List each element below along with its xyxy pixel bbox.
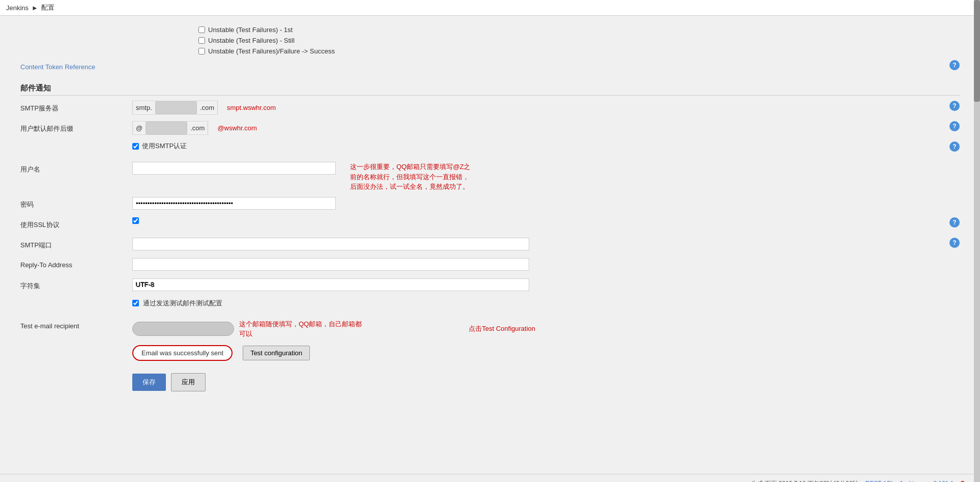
checkbox-unstable-2[interactable]: Unstable (Test Failures) - Still [198,37,960,44]
username-input[interactable]: huang.ying@wuqi-tech.com [132,162,336,175]
scrollbar[interactable] [974,0,980,482]
breadcrumb-root[interactable]: Jenkins [6,4,28,12]
ssl-checkbox[interactable] [132,217,139,224]
dot-com-suffix: .com [187,122,208,134]
smtp-prefix: smtp. [133,102,156,114]
default-suffix-label: 用户默认邮件后缀 [20,121,132,133]
mail-section-title: 邮件通知 [20,83,960,96]
send-test-row: 通过发送测试邮件测试配置 [20,299,960,314]
checkbox-unstable-2-input[interactable] [198,37,205,44]
test-recipient-blurred [132,322,234,336]
test-config-button[interactable]: Test configuration [243,346,310,360]
smtp-port-row: SMTP端口 ? [20,238,960,253]
default-suffix-help-icon[interactable]: ? [949,121,960,131]
breadcrumb: Jenkins ► 配置 [0,0,980,16]
content-token-label: Content Token Reference [20,60,132,71]
breadcrumb-current: 配置 [41,3,54,12]
test-config-annotation: 点击Test Configuration [469,324,535,334]
checkbox-unstable-2-label: Unstable (Test Failures) - Still [208,37,295,44]
apply-button[interactable]: 应用 [171,373,206,391]
test-recipient-control: 这个邮箱随便填写，QQ邮箱，自己邮箱都可以 点击Test Configurati… [132,319,960,361]
checkbox-unstable-3-input[interactable] [198,48,205,54]
scrollbar-thumb[interactable] [974,0,980,102]
smtp-server-row: SMTP服务器 smtp. .com smpt.wswhr.com ? [20,101,960,116]
smtp-port-input[interactable] [132,238,529,250]
smtp-auth-checkbox[interactable] [132,143,139,150]
content-token-help-icon[interactable]: ? [949,60,960,70]
charset-label: 字符集 [20,278,132,291]
smtp-server-control: smtp. .com smpt.wswhr.com [132,101,945,115]
action-buttons-spacer [20,373,132,376]
default-suffix-input[interactable] [146,122,187,134]
save-button[interactable]: 保存 [132,374,166,391]
action-buttons-area: 保存 应用 [132,373,960,391]
username-label: 用户名 [20,162,132,174]
checkbox-unstable-1-label: Unstable (Test Failures) - 1st [208,26,293,34]
send-test-label [20,299,132,302]
footer-rest-api[interactable]: REST API [865,480,892,482]
ssl-help-icon[interactable]: ? [949,217,960,228]
ssl-row: 使用SSL协议 ? [20,217,960,233]
smtp-server-help-icon[interactable]: ? [949,101,960,111]
smtp-auth-text: 使用SMTP认证 [142,141,187,151]
username-row: 用户名 huang.ying@wuqi-tech.com 这一步很重要，QQ邮箱… [20,162,960,192]
checkbox-unstable-1[interactable]: Unstable (Test Failures) - 1st [198,26,960,34]
default-suffix-row: 用户默认邮件后缀 @ .com @wswhr.com ? [20,121,960,136]
footer-logo: S ≡ [961,480,970,482]
send-test-control: 通过发送测试邮件测试配置 [132,299,960,308]
checkbox-unstable-3-label: Unstable (Test Failures)/Failure -> Succ… [208,47,335,55]
reply-to-row: Reply-To Address [20,258,960,273]
checkbox-unstable-1-input[interactable] [198,26,205,33]
send-test-text: 通过发送测试邮件测试配置 [143,299,222,308]
smtp-server-annotation: smpt.wswhr.com [227,103,276,113]
content-token-row: Content Token Reference ? [20,60,960,75]
test-recipient-label: Test e-mail recipient [20,319,132,330]
smtp-server-input-group: smtp. .com [132,101,218,115]
action-buttons-row: 保存 应用 [20,373,960,391]
password-row: 密码 [20,197,960,212]
default-suffix-annotation: @wswhr.com [217,123,257,133]
footer-generated: 生成 页面 2019.7.10 下午02时49分06秒 [751,480,858,482]
at-prefix: @ [133,122,146,134]
smtp-auth-label [20,141,132,145]
ssl-control [132,217,945,224]
footer-version[interactable]: Jenkins ver. 2.121.1 [900,480,954,482]
send-test-checkbox[interactable] [132,300,139,306]
password-control [132,197,960,210]
username-annotation: 这一步很重要，QQ邮箱只需要填写@Z之 前的名称就行，但我填写这个一直报错， 后… [350,162,470,192]
smtp-port-help-icon[interactable]: ? [949,238,960,248]
charset-control: UTF-8 [132,278,960,291]
smtp-auth-row: 使用SMTP认证 ? [20,141,960,157]
checkbox-group-unstable: Unstable (Test Failures) - 1st Unstable … [198,26,960,55]
ssl-label: 使用SSL协议 [20,217,132,230]
username-control: huang.ying@wuqi-tech.com 这一步很重要，QQ邮箱只需要填… [132,162,960,192]
smtp-server-label: SMTP服务器 [20,101,132,113]
smtp-port-control [132,238,945,250]
test-recipient-row: Test e-mail recipient 这个邮箱随便填写，QQ邮箱，自己邮箱… [20,319,960,361]
smtp-suffix: .com [196,102,217,114]
footer: 生成 页面 2019.7.10 下午02时49分06秒 REST API Jen… [0,474,980,482]
checkbox-unstable-3[interactable]: Unstable (Test Failures)/Failure -> Succ… [198,47,960,55]
password-label: 密码 [20,197,132,209]
success-message: Email was successfully sent [132,345,233,361]
reply-to-input[interactable] [132,258,529,271]
breadcrumb-arrow: ► [32,4,38,12]
default-suffix-control: @ .com @wswhr.com [132,121,945,135]
smtp-auth-control: 使用SMTP认证 [132,141,945,151]
smtp-auth-help-icon[interactable]: ? [949,141,960,152]
smtp-port-label: SMTP端口 [20,238,132,250]
smtp-server-input[interactable] [156,101,196,114]
charset-row: 字符集 UTF-8 [20,278,960,294]
recipient-annotation: 这个邮箱随便填写，QQ邮箱，自己邮箱都可以 [239,319,362,339]
reply-to-control [132,258,960,271]
main-content: Unstable (Test Failures) - 1st Unstable … [0,16,980,464]
password-input[interactable] [132,197,336,210]
reply-to-label: Reply-To Address [20,258,132,269]
charset-input[interactable] [132,278,529,291]
default-suffix-input-group: @ .com [132,121,208,135]
